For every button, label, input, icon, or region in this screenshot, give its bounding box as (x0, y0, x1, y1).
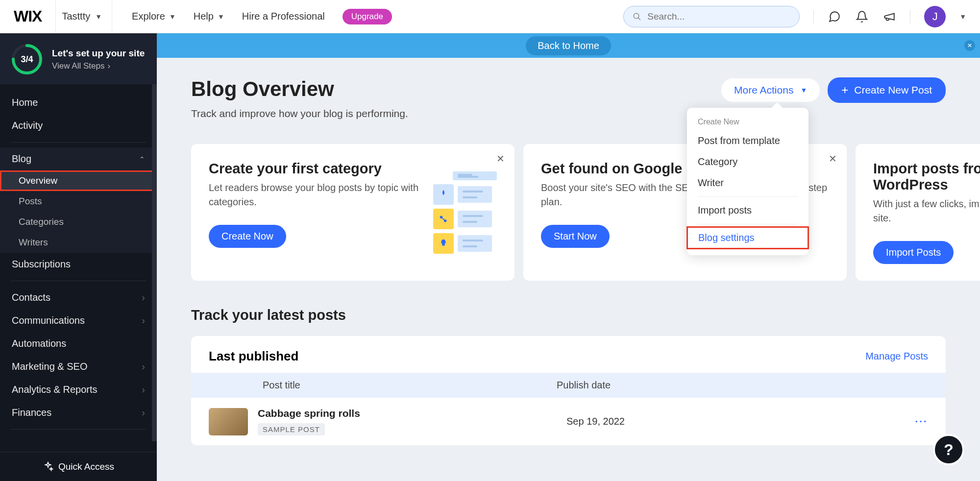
wix-logo[interactable]: WIX (14, 7, 42, 25)
dropdown-pointer (772, 102, 783, 114)
row-menu-icon[interactable]: ⋯ (914, 414, 928, 429)
page-subtitle: Track and improve how your blog is perfo… (191, 108, 408, 120)
chevron-right-icon: › (107, 61, 110, 71)
side-nav: Home Activity Blog⌃ Overview Posts Categ… (0, 84, 157, 441)
back-to-home-button[interactable]: Back to Home (526, 36, 611, 55)
sidebar-item-analytics[interactable]: Analytics & Reports› (0, 378, 157, 401)
layout: 3/4 Let's set up your site View All Step… (0, 33, 980, 481)
chevron-right-icon: › (142, 315, 145, 326)
dd-category[interactable]: Category (687, 151, 808, 172)
search-box[interactable] (623, 6, 800, 27)
dd-writer[interactable]: Writer (687, 172, 808, 193)
search-input[interactable] (647, 11, 790, 22)
post-thumbnail (209, 408, 248, 435)
page-title: Blog Overview (191, 77, 408, 101)
chevron-right-icon: › (142, 361, 145, 372)
sidebar-item-contacts[interactable]: Contacts› (0, 286, 157, 309)
card-create-category: ✕ Create your first category Let readers… (191, 144, 514, 281)
sidebar-item-posts[interactable]: Posts (0, 191, 157, 212)
nav-help[interactable]: Help▼ (194, 11, 224, 22)
col-actions (899, 380, 928, 391)
topbar-right: J ▼ (623, 6, 966, 27)
close-icon[interactable]: ✕ (496, 153, 505, 165)
upgrade-button[interactable]: Upgrade (343, 9, 392, 24)
sidebar-item-marketing[interactable]: Marketing & SEO› (0, 355, 157, 378)
more-actions-button[interactable]: More Actions ▼ (721, 78, 820, 102)
setup-title: Let's set up your site (52, 48, 145, 60)
dd-blog-settings[interactable]: Blog settings (687, 227, 808, 248)
top-nav: Explore▼ Help▼ Hire a Professional Upgra… (132, 9, 392, 24)
sidebar-item-blog[interactable]: Blog⌃ (0, 147, 157, 170)
divider (11, 142, 146, 143)
divider (698, 224, 798, 224)
scrollbar[interactable] (152, 84, 157, 441)
inbox-icon[interactable] (828, 10, 841, 24)
last-published-title: Last published (209, 349, 298, 364)
help-button[interactable]: ? (933, 434, 964, 465)
nav-explore[interactable]: Explore▼ (132, 11, 176, 22)
divider (813, 10, 814, 24)
back-banner: Back to Home ✕ (157, 33, 980, 58)
topbar: WIX Tasttty ▼ Explore▼ Help▼ Hire a Prof… (0, 0, 980, 33)
manage-posts-link[interactable]: Manage Posts (865, 351, 928, 362)
create-now-button[interactable]: Create Now (209, 225, 286, 248)
sidebar-item-home[interactable]: Home (0, 91, 157, 114)
sidebar-item-categories[interactable]: Categories (0, 212, 157, 232)
svg-point-0 (634, 13, 639, 19)
sidebar-item-overview[interactable]: Overview (0, 170, 157, 191)
card-import-wordpress: Import posts from WordPress With just a … (856, 144, 980, 281)
label: Create New Post (854, 84, 932, 96)
header-actions: More Actions ▼ + Create New Post (721, 77, 946, 103)
col-post-title: Post title (209, 380, 557, 391)
svg-line-6 (441, 217, 445, 220)
sidebar-item-automations[interactable]: Automations (0, 332, 157, 355)
create-new-post-button[interactable]: + Create New Post (828, 77, 946, 103)
progress-text: 3/4 (11, 43, 43, 75)
sidebar-item-activity[interactable]: Activity (0, 114, 157, 137)
dropdown-heading: Create New (687, 116, 808, 130)
sidebar-item-finances[interactable]: Finances› (0, 401, 157, 424)
nav-hire[interactable]: Hire a Professional (242, 11, 325, 22)
dd-import-posts[interactable]: Import posts (687, 200, 808, 221)
label: Blog (12, 153, 31, 165)
section-title: Track your latest posts (191, 307, 946, 323)
close-icon[interactable]: ✕ (829, 153, 837, 165)
avatar[interactable]: J (924, 6, 946, 27)
label: Communications (12, 315, 85, 326)
posts-panel: Last published Manage Posts Post title P… (191, 336, 946, 445)
start-now-button[interactable]: Start Now (541, 225, 610, 248)
card-illustration (428, 161, 497, 264)
label: View All Steps (52, 61, 104, 71)
label: Marketing & SEO (12, 361, 88, 372)
site-name: Tasttty (62, 11, 90, 22)
sidebar-item-subscriptions[interactable]: Subscriptions (0, 253, 157, 276)
sidebar-group-blog: Blog⌃ Overview Posts Categories Writers (0, 147, 157, 253)
chevron-right-icon: › (142, 292, 145, 303)
card-body: Create your first category Let readers b… (209, 161, 418, 264)
card-body: Import posts from WordPress With just a … (873, 161, 980, 264)
chevron-down-icon[interactable]: ▼ (959, 13, 966, 21)
card-text: Let readers browse your blog posts by to… (209, 181, 418, 209)
label: Finances (12, 407, 51, 418)
setup-card[interactable]: 3/4 Let's set up your site View All Step… (0, 33, 157, 84)
bell-icon[interactable] (855, 10, 869, 24)
megaphone-icon[interactable] (882, 10, 896, 24)
setup-text: Let's set up your site View All Steps› (52, 48, 145, 72)
sparkle-icon (43, 461, 53, 472)
view-all-steps-link[interactable]: View All Steps› (52, 61, 145, 71)
sidebar-item-writers[interactable]: Writers (0, 232, 157, 253)
col-publish-date: Publish date (557, 380, 899, 391)
site-selector[interactable]: Tasttty ▼ (55, 0, 112, 33)
table-row[interactable]: Cabbage spring rolls SAMPLE POST Sep 19,… (191, 398, 946, 445)
label: Contacts (12, 292, 50, 303)
banner-close-icon[interactable]: ✕ (964, 40, 975, 51)
post-title: Cabbage spring rolls (258, 408, 557, 419)
import-posts-button[interactable]: Import Posts (873, 241, 954, 264)
dd-post-from-template[interactable]: Post from template (687, 130, 808, 151)
post-info: Cabbage spring rolls SAMPLE POST (258, 408, 557, 435)
label: Hire a Professional (242, 11, 325, 22)
quick-access-button[interactable]: Quick Access (0, 452, 157, 481)
sidebar-item-communications[interactable]: Communications› (0, 309, 157, 332)
chevron-right-icon: › (142, 407, 145, 418)
search-icon (633, 12, 641, 22)
